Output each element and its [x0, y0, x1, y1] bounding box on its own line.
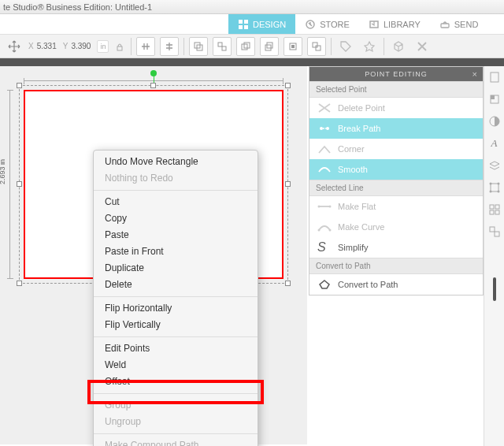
svg-point-24: [318, 229, 321, 232]
panel-item-simplify[interactable]: SSimplify: [309, 237, 483, 258]
layers-icon[interactable]: [487, 158, 502, 173]
resize-handle-n[interactable]: [150, 83, 156, 88]
swatch-icon[interactable]: [487, 91, 502, 107]
svg-rect-38: [490, 210, 494, 214]
ungroup-icon[interactable]: [213, 37, 232, 56]
panel-item-label: Corner: [338, 144, 365, 154]
panel-item-break-path[interactable]: Break Path: [309, 118, 483, 139]
panel-item-corner: Corner: [309, 139, 483, 159]
group-icon[interactable]: [189, 37, 208, 56]
svg-rect-40: [490, 227, 495, 232]
svg-rect-11: [222, 46, 226, 50]
context-menu-item[interactable]: Paste: [94, 227, 258, 243]
text-icon[interactable]: A: [487, 136, 502, 151]
panel-item-label: Smooth: [338, 165, 368, 174]
window-title: te Studio® Business Edition: Untitled-1: [3, 2, 152, 12]
svg-point-35: [497, 191, 499, 193]
resize-handle-sw[interactable]: [17, 281, 22, 286]
coord-y-value[interactable]: 3.390: [69, 41, 92, 51]
menu-separator: [94, 336, 258, 337]
svg-rect-29: [491, 95, 495, 99]
close-x-icon[interactable]: [413, 37, 432, 56]
context-menu-item[interactable]: Delete: [94, 277, 258, 293]
context-menu-item[interactable]: Duplicate: [94, 260, 258, 277]
svg-point-25: [329, 229, 332, 232]
context-menu-item[interactable]: Cut: [94, 194, 258, 210]
scroll-indicator[interactable]: [493, 277, 496, 301]
resize-handle-ne[interactable]: [285, 83, 291, 88]
page-icon[interactable]: [487, 69, 502, 85]
svg-point-20: [320, 127, 323, 130]
coord-x: X 5.331: [28, 41, 58, 51]
panel-item-convert-path[interactable]: Convert to Path: [309, 274, 483, 295]
dark-divider: [0, 58, 504, 66]
coord-x-value[interactable]: 5.331: [35, 41, 58, 51]
svg-rect-31: [491, 184, 498, 191]
svg-rect-0: [239, 20, 243, 24]
transform-icon[interactable]: [487, 180, 502, 195]
panel-item-label: Convert to Path: [338, 280, 398, 289]
context-menu-item[interactable]: Offset: [94, 374, 258, 390]
tab-send[interactable]: SEND: [430, 14, 488, 34]
panel-item-label: Make Curve: [338, 222, 384, 232]
context-menu-item[interactable]: Weld: [94, 357, 258, 374]
overlap-1-icon[interactable]: [236, 37, 255, 56]
store-icon: [305, 19, 316, 30]
resize-handle-w[interactable]: [17, 181, 22, 187]
panel-item-label: Make Flat: [338, 202, 376, 211]
panel-item-make-curve: Make Curve: [309, 217, 483, 237]
context-menu-item[interactable]: Undo Move Rectangle: [94, 154, 258, 170]
align-h-icon[interactable]: [136, 37, 155, 56]
point-editing-panel: POINT EDITING × Selected PointDelete Poi…: [309, 66, 484, 295]
panel-title: POINT EDITING: [365, 70, 427, 78]
tab-label: STORE: [320, 20, 350, 29]
cube-icon[interactable]: [389, 37, 408, 56]
resize-handle-nw[interactable]: [17, 83, 22, 88]
svg-point-32: [489, 183, 491, 185]
tab-store[interactable]: STORE: [295, 14, 359, 34]
panel-section-header: Convert to Path: [309, 258, 483, 274]
path-icon[interactable]: [487, 224, 502, 240]
rotate-handle[interactable]: [150, 70, 157, 76]
svg-rect-41: [495, 232, 499, 236]
tab-design[interactable]: DESIGN: [228, 14, 295, 34]
tag-icon[interactable]: [336, 37, 355, 56]
svg-rect-3: [244, 25, 248, 29]
resize-handle-se[interactable]: [285, 281, 291, 286]
svg-point-33: [497, 183, 499, 185]
svg-rect-1: [244, 20, 248, 24]
toolbar: X 5.331 Y 3.390 in: [0, 35, 504, 58]
replicate-icon[interactable]: [487, 202, 502, 217]
overlap-4-icon[interactable]: [307, 37, 326, 56]
panel-item-smooth[interactable]: Smooth: [309, 159, 483, 180]
overlap-2-icon[interactable]: [260, 37, 279, 56]
star-icon[interactable]: [360, 37, 379, 56]
unit-selector[interactable]: in: [97, 40, 109, 53]
corner-icon: [317, 143, 332, 154]
window-titlebar: te Studio® Business Edition: Untitled-1: [0, 0, 504, 14]
context-menu-item: Group: [94, 397, 258, 414]
convert-path-icon: [317, 279, 332, 290]
tab-label: LIBRARY: [384, 20, 421, 29]
context-menu-item[interactable]: Paste in Front: [94, 243, 258, 260]
align-v-icon[interactable]: [160, 37, 179, 56]
context-menu-item[interactable]: Edit Points: [94, 340, 258, 357]
move-tool-icon[interactable]: [5, 37, 24, 56]
overlap-3-icon[interactable]: [284, 37, 302, 56]
svg-rect-17: [291, 45, 295, 48]
close-icon[interactable]: ×: [472, 69, 478, 79]
svg-text:S: S: [317, 242, 326, 253]
lock-icon[interactable]: [113, 40, 126, 53]
context-menu-item[interactable]: Flip Horizontally: [94, 300, 258, 317]
tab-library[interactable]: LIBRARY: [359, 14, 430, 34]
simplify-icon: S: [317, 242, 332, 253]
svg-point-21: [326, 127, 329, 130]
contrast-icon[interactable]: [487, 113, 502, 129]
panel-titlebar[interactable]: POINT EDITING ×: [309, 67, 483, 81]
context-menu-item[interactable]: Flip Vertically: [94, 317, 258, 333]
height-dimension: 2.693 in: [0, 159, 6, 184]
resize-handle-e[interactable]: [285, 181, 291, 187]
context-menu-item[interactable]: Copy: [94, 210, 258, 227]
panel-item-label: Delete Point: [338, 103, 385, 113]
smooth-icon: [317, 164, 332, 175]
